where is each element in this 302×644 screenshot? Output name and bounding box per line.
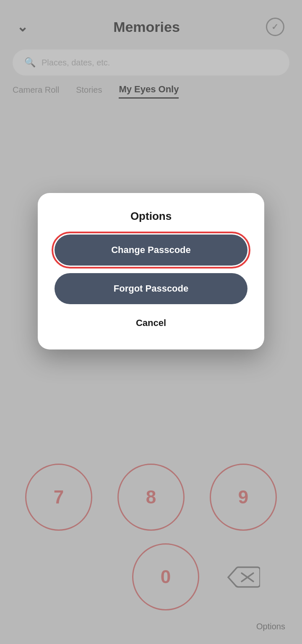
change-passcode-button[interactable]: Change Passcode [55,235,247,266]
options-modal: Options Change Passcode Forgot Passcode … [38,193,264,349]
forgot-passcode-button[interactable]: Forgot Passcode [55,273,247,304]
modal-title: Options [55,210,247,223]
cancel-button[interactable]: Cancel [55,312,247,334]
